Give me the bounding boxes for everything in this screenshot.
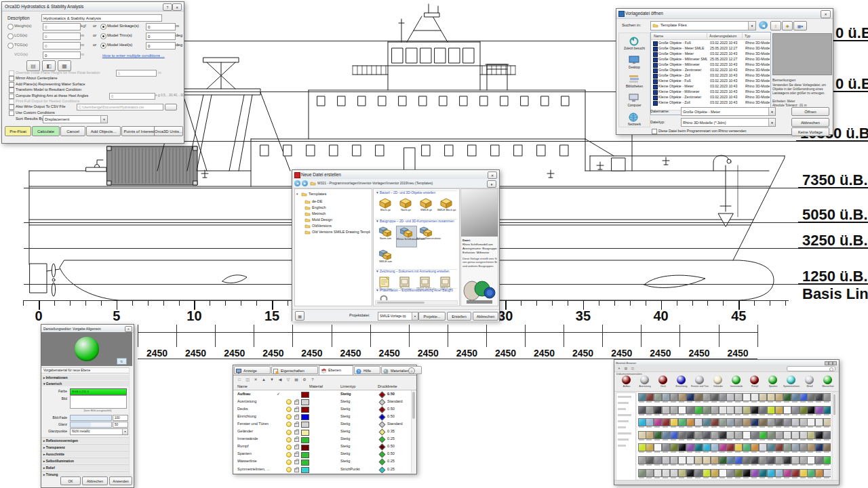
library-swatch[interactable] bbox=[799, 393, 806, 405]
library-swatch[interactable] bbox=[766, 431, 774, 443]
library-swatch[interactable] bbox=[815, 406, 823, 418]
library-swatch[interactable] bbox=[791, 469, 798, 479]
section-transparenz[interactable]: ▸ Transparenz bbox=[41, 444, 132, 450]
print-width-value[interactable]: 0.25 bbox=[387, 436, 395, 441]
print-width-value[interactable]: 0.50 bbox=[387, 444, 395, 448]
library-swatch[interactable] bbox=[783, 456, 790, 468]
layer-row-spanten[interactable]: SpantenStetig0.50 bbox=[233, 451, 411, 458]
orca-tool-button-2[interactable]: ▦ bbox=[58, 60, 71, 71]
sort-results-combobox[interactable]: Displacement▾ bbox=[43, 115, 108, 123]
library-swatch[interactable] bbox=[662, 431, 669, 443]
library-swatch[interactable] bbox=[823, 431, 831, 443]
tree-item-0[interactable]: de-DE bbox=[304, 199, 370, 205]
erstellen-button[interactable]: Erstellen bbox=[447, 312, 471, 321]
layer-linetype[interactable]: Stetig bbox=[340, 414, 350, 418]
help-button[interactable]: ? bbox=[163, 3, 172, 11]
material-sphere-ausr-stung[interactable]: Ausrüstung bbox=[636, 375, 654, 390]
ok-button[interactable]: OK bbox=[60, 476, 81, 485]
library-swatch[interactable] bbox=[726, 418, 734, 430]
print-width-value[interactable]: 0.50 bbox=[387, 392, 395, 396]
library-swatch[interactable] bbox=[734, 393, 742, 405]
vertical-scrollbar[interactable] bbox=[129, 367, 133, 474]
library-swatch[interactable] bbox=[637, 443, 645, 455]
chevron-down-icon[interactable]: ▾ bbox=[412, 312, 418, 320]
library-swatch[interactable] bbox=[670, 456, 677, 468]
library-swatch[interactable] bbox=[726, 393, 734, 405]
library-swatch[interactable] bbox=[823, 406, 831, 418]
library-swatch[interactable] bbox=[751, 456, 758, 468]
library-swatch[interactable] bbox=[686, 393, 693, 405]
rotate-preview-icon[interactable]: ↻ bbox=[117, 358, 127, 365]
views-icon[interactable]: ▦▾ bbox=[793, 21, 807, 30]
column-header-material[interactable]: Material bbox=[309, 384, 323, 388]
library-swatch[interactable] bbox=[710, 406, 717, 418]
section-generisch[interactable]: ▾ Generisch bbox=[41, 381, 132, 386]
file-row[interactable]: Kleine Objekte - Fuß03.02.2023 10:43Rhin… bbox=[651, 78, 770, 83]
material-sphere-symmetrielinien[interactable]: Symmetrielinien bbox=[783, 375, 800, 390]
vertical-scrollbar[interactable] bbox=[411, 390, 416, 473]
material-sphere-innenw-nde[interactable]: Innenwände bbox=[728, 375, 745, 390]
material-sphere-wasserlinie[interactable]: Wasserlinie bbox=[819, 375, 837, 390]
library-swatch[interactable] bbox=[743, 418, 750, 430]
library-swatch[interactable] bbox=[686, 469, 693, 479]
library-swatch[interactable] bbox=[726, 443, 734, 455]
library-swatch[interactable] bbox=[686, 443, 693, 455]
look-in-combobox[interactable]: Template Files▾ bbox=[650, 21, 756, 30]
library-swatch[interactable] bbox=[637, 469, 645, 479]
toolbar-icon-8[interactable]: ⚙ bbox=[301, 376, 308, 382]
layer-linetype[interactable]: Stetig bbox=[340, 392, 351, 396]
scrollbar-thumb[interactable] bbox=[833, 394, 835, 415]
library-swatch[interactable] bbox=[726, 456, 734, 468]
layer-color-swatch[interactable] bbox=[301, 392, 309, 398]
search-input[interactable] bbox=[787, 366, 835, 371]
library-swatch[interactable] bbox=[751, 431, 758, 443]
library-swatch[interactable] bbox=[686, 406, 693, 418]
library-swatch[interactable] bbox=[799, 469, 806, 479]
gloss-slider[interactable] bbox=[70, 422, 112, 428]
file-row[interactable]: Große Objekte - Millimeter03.02.2023 10:… bbox=[651, 62, 770, 67]
library-swatch[interactable] bbox=[654, 469, 661, 479]
library-swatch[interactable] bbox=[791, 406, 798, 418]
library-swatch[interactable] bbox=[774, 431, 782, 443]
library-swatch[interactable] bbox=[743, 406, 750, 418]
layer-row-ausr-stung[interactable]: AusrüstungStetigStandard bbox=[233, 398, 411, 405]
library-swatch[interactable] bbox=[743, 431, 750, 443]
checkbox-4[interactable] bbox=[9, 94, 14, 99]
library-swatch[interactable] bbox=[759, 431, 766, 443]
sidebar-item-desktop[interactable]: Desktop bbox=[619, 55, 650, 73]
unlock-icon[interactable] bbox=[294, 430, 299, 434]
library-swatch[interactable] bbox=[726, 406, 734, 418]
library-swatch[interactable] bbox=[637, 393, 645, 405]
multiple-conditions-link[interactable]: How to enter multiple conditions ... bbox=[102, 54, 165, 58]
library-swatch[interactable] bbox=[791, 443, 798, 455]
library-swatch[interactable] bbox=[718, 393, 726, 405]
library-swatch[interactable] bbox=[694, 431, 701, 443]
library-swatch[interactable] bbox=[807, 443, 814, 455]
library-swatch[interactable] bbox=[646, 443, 653, 455]
layer-linetype[interactable]: Stetig bbox=[340, 451, 350, 455]
print-width-value[interactable]: 0.50 bbox=[387, 407, 395, 411]
library-swatch[interactable] bbox=[791, 431, 798, 443]
radio-Model Heel(s)[interactable] bbox=[100, 43, 106, 49]
library-swatch[interactable] bbox=[710, 418, 717, 430]
condition-left-input[interactable]: 0 bbox=[43, 33, 81, 40]
toolbar-icon-4[interactable]: ▼ bbox=[269, 376, 275, 382]
file-row[interactable]: Kleine Objekte - Zentimeter03.02.2023 10… bbox=[651, 94, 770, 100]
lightbulb-icon[interactable] bbox=[286, 430, 292, 435]
layer-row-rumpf[interactable]: RumpfStetig0.50 bbox=[233, 443, 411, 451]
material-sphere-fenster-und-t-ren[interactable]: Fenster und Türen bbox=[691, 375, 709, 390]
layer-row-fenster-und-t-ren[interactable]: Fenster und TürenStetigStandard bbox=[233, 420, 411, 428]
library-swatch[interactable] bbox=[702, 469, 709, 479]
library-swatch[interactable] bbox=[678, 418, 686, 430]
checkbox-0[interactable] bbox=[9, 70, 14, 76]
library-swatch[interactable] bbox=[783, 431, 790, 443]
print-width-value[interactable]: 0.35 bbox=[387, 429, 395, 433]
library-swatch[interactable] bbox=[646, 393, 653, 405]
lightbulb-icon[interactable] bbox=[286, 437, 292, 443]
library-swatch[interactable] bbox=[718, 469, 726, 479]
library-swatch[interactable] bbox=[823, 469, 831, 479]
toolbar-icon-6[interactable]: ▽ bbox=[285, 376, 292, 382]
library-swatch[interactable] bbox=[799, 456, 806, 468]
column-header-0[interactable]: Name bbox=[654, 34, 663, 38]
unlock-icon[interactable] bbox=[294, 423, 299, 427]
